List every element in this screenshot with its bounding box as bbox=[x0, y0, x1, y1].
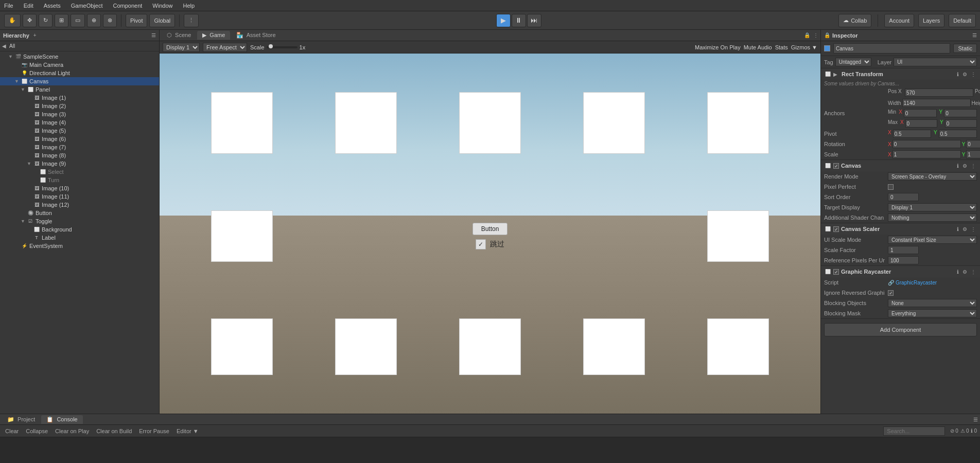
canvas-more-btn[interactable]: ⋮ bbox=[970, 163, 977, 169]
hier-label-item[interactable]: TLabel bbox=[0, 234, 159, 242]
maximize-btn[interactable]: Maximize On Play bbox=[695, 44, 741, 50]
target-display-select[interactable]: Display 1 bbox=[888, 203, 977, 211]
hier-dir-light[interactable]: 💡 Directional Light bbox=[0, 69, 159, 77]
canvas-enable-check[interactable] bbox=[833, 163, 839, 169]
pivoty-input[interactable] bbox=[939, 130, 977, 138]
hier-panel[interactable]: ▼ ⬜ Panel bbox=[0, 85, 159, 94]
step-button[interactable]: ⏭ bbox=[527, 14, 541, 27]
anchor-miny-input[interactable] bbox=[944, 109, 977, 117]
scalex-input[interactable] bbox=[892, 150, 961, 158]
hier-image1[interactable]: 🖼Image (1) bbox=[0, 94, 159, 102]
account-button[interactable]: Account bbox=[884, 14, 914, 27]
hier-image12[interactable]: 🖼Image (12) bbox=[0, 201, 159, 209]
mute-btn[interactable]: Mute Audio bbox=[744, 44, 772, 50]
raycaster-more-btn[interactable]: ⋮ bbox=[970, 269, 977, 275]
add-component-button[interactable]: Add Component bbox=[824, 323, 977, 336]
anchor-minx-input[interactable] bbox=[904, 109, 937, 117]
render-mode-select[interactable]: Screen Space - Overlay bbox=[888, 172, 977, 181]
default-button[interactable]: Default bbox=[949, 14, 976, 27]
hierarchy-menu-icon[interactable]: ☰ bbox=[151, 32, 156, 38]
blocking-mask-select[interactable]: Everything bbox=[888, 309, 977, 317]
view-lock-icon[interactable]: 🔒 bbox=[804, 32, 810, 38]
hier-toggle[interactable]: ▼☑Toggle bbox=[0, 217, 159, 225]
tab-console[interactable]: 📋 Console bbox=[41, 415, 82, 424]
tool-rect[interactable]: ▭ bbox=[71, 14, 85, 27]
graphic-raycaster-header[interactable]: ⬜ Graphic Raycaster ℹ ⚙ ⋮ bbox=[821, 266, 980, 277]
toggle-checkbox[interactable]: ✓ bbox=[476, 239, 486, 250]
hier-image9[interactable]: ▼🖼Image (9) bbox=[0, 159, 159, 168]
collab-button[interactable]: ☁ Collab bbox=[838, 14, 871, 27]
hierarchy-content[interactable]: ▼ 🎬 SampleScene 📷 Main Camera 💡 Directio… bbox=[0, 51, 159, 414]
rect-transform-header[interactable]: ⬜ ▶ Rect Transform ℹ ⚙ ⋮ bbox=[821, 68, 980, 80]
pixel-perfect-check[interactable] bbox=[888, 184, 894, 190]
scaley-input[interactable] bbox=[966, 150, 980, 158]
raycaster-settings-btn[interactable]: ⚙ bbox=[961, 269, 968, 275]
roty-input[interactable] bbox=[966, 140, 980, 148]
menu-assets[interactable]: Assets bbox=[42, 3, 63, 9]
object-enable-checkbox[interactable] bbox=[824, 45, 830, 51]
hier-eventsystem[interactable]: ⚡EventSystem bbox=[0, 242, 159, 250]
static-button[interactable]: Static bbox=[953, 44, 977, 53]
blocking-obj-select[interactable]: None bbox=[888, 299, 977, 307]
clear-on-play-btn[interactable]: Clear on Play bbox=[53, 427, 91, 435]
rt-info-btn[interactable]: ℹ bbox=[956, 72, 960, 77]
tool-scale[interactable]: ⊞ bbox=[55, 14, 68, 27]
hier-canvas[interactable]: ▼ ⬜ Canvas bbox=[0, 77, 159, 85]
hier-image2[interactable]: 🖼Image (2) bbox=[0, 102, 159, 110]
menu-component[interactable]: Component bbox=[111, 3, 144, 9]
hier-turn[interactable]: ⬜Turn bbox=[0, 176, 159, 184]
tab-asset-store[interactable]: 🏪 Asset Store bbox=[231, 31, 281, 40]
ignore-reversed-check[interactable] bbox=[888, 290, 894, 296]
layer-select[interactable]: UI bbox=[894, 58, 977, 66]
menu-gameobject[interactable]: GameObject bbox=[69, 3, 105, 9]
clear-on-build-btn[interactable]: Clear on Build bbox=[94, 427, 134, 435]
hier-background[interactable]: ⬜Background bbox=[0, 225, 159, 234]
play-button[interactable]: ▶ bbox=[496, 14, 511, 27]
menu-edit[interactable]: Edit bbox=[22, 3, 36, 9]
scaler-info-btn[interactable]: ℹ bbox=[956, 226, 960, 232]
hier-image3[interactable]: 🖼Image (3) bbox=[0, 110, 159, 118]
tool-hand[interactable]: ✋ bbox=[4, 14, 21, 27]
shader-chan-select[interactable]: Nothing bbox=[888, 213, 977, 222]
snap-btn[interactable]: ⋮ bbox=[184, 14, 199, 27]
hier-image4[interactable]: 🖼Image (4) bbox=[0, 118, 159, 127]
menu-help[interactable]: Help bbox=[181, 3, 197, 9]
canvas-scaler-check[interactable] bbox=[833, 226, 839, 232]
width-input[interactable] bbox=[902, 99, 971, 107]
rt-settings-btn[interactable]: ⚙ bbox=[961, 72, 968, 77]
pause-button[interactable]: ⏸ bbox=[512, 14, 526, 27]
hierarchy-add-icon[interactable]: + bbox=[33, 32, 37, 38]
hier-image8[interactable]: 🖼Image (8) bbox=[0, 151, 159, 159]
hier-image6[interactable]: 🖼Image (6) bbox=[0, 135, 159, 143]
console-search-input[interactable] bbox=[883, 426, 945, 436]
pivot-btn[interactable]: Pivot bbox=[126, 14, 147, 27]
tag-select[interactable]: Untagged bbox=[835, 58, 871, 66]
hierarchy-all-label[interactable]: All bbox=[7, 43, 17, 49]
button-ui[interactable]: Button bbox=[472, 223, 508, 235]
scaler-settings-btn[interactable]: ⚙ bbox=[961, 226, 968, 232]
console-more-icon[interactable]: ☰ bbox=[973, 417, 978, 422]
sort-order-input[interactable] bbox=[888, 193, 919, 201]
pivotx-input[interactable] bbox=[893, 130, 931, 138]
display-select[interactable]: Display 1 bbox=[163, 43, 200, 52]
hier-button[interactable]: 🔘Button bbox=[0, 209, 159, 217]
canvas-section-header[interactable]: ⬜ Canvas ℹ ⚙ ⋮ bbox=[821, 160, 980, 171]
tool-combined[interactable]: ⊕ bbox=[87, 14, 101, 27]
rt-more-btn[interactable]: ⋮ bbox=[970, 72, 977, 77]
anchor-maxx-input[interactable] bbox=[905, 119, 937, 128]
anchor-maxy-input[interactable] bbox=[945, 119, 977, 128]
tab-game[interactable]: ▶ Game bbox=[197, 31, 230, 40]
hier-image11[interactable]: 🖼Image (11) bbox=[0, 192, 159, 201]
menu-file[interactable]: File bbox=[2, 3, 15, 9]
scaler-more-btn[interactable]: ⋮ bbox=[970, 226, 977, 232]
ui-scale-select[interactable]: Constant Pixel Size bbox=[888, 236, 977, 244]
view-more-icon[interactable]: ⋮ bbox=[813, 32, 818, 38]
object-name-field[interactable] bbox=[833, 43, 950, 54]
raycaster-info-btn[interactable]: ℹ bbox=[956, 269, 960, 275]
inspector-menu-icon[interactable]: ☰ bbox=[972, 32, 977, 38]
tool-move[interactable]: ✥ bbox=[23, 14, 37, 27]
scale-factor-input[interactable] bbox=[888, 246, 919, 254]
editor-btn[interactable]: Editor ▼ bbox=[174, 427, 201, 435]
collapse-btn[interactable]: Collapse bbox=[24, 427, 50, 435]
hier-main-camera[interactable]: 📷 Main Camera bbox=[0, 61, 159, 69]
